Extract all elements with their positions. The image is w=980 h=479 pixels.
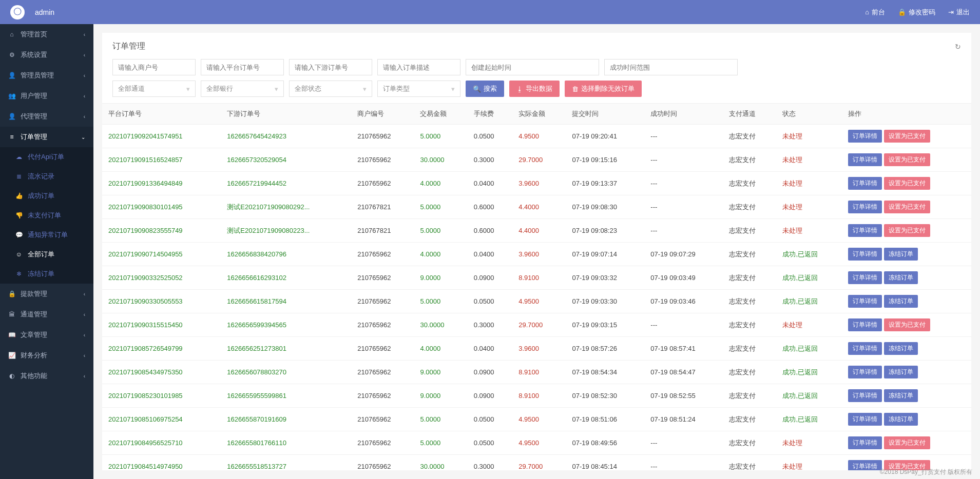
export-button[interactable]: ⭳导出数据	[509, 81, 560, 97]
mark-paid-button[interactable]: 设置为已支付	[884, 224, 930, 237]
fee: 0.0400	[468, 337, 512, 361]
sub-item-label: 通知异常订单	[28, 230, 68, 240]
merchant-id: 210765962	[351, 431, 414, 455]
sub-item-6[interactable]: ❄冻结订单	[0, 264, 93, 284]
change-password-link[interactable]: 🔒 修改密码	[898, 8, 935, 17]
detail-button[interactable]: 订单详情	[848, 295, 882, 308]
logout-link[interactable]: ⇥ 退出	[948, 8, 970, 17]
chevron-left-icon: ‹	[84, 312, 85, 317]
create-time: 07-19 08:57:26	[566, 337, 644, 361]
chevron-left-icon: ‹	[84, 353, 85, 358]
sub-icon: ❄	[15, 270, 23, 277]
sub-item-5[interactable]: ☺全部订单	[0, 245, 93, 264]
detail-button[interactable]: 订单详情	[848, 366, 882, 378]
sub-item-2[interactable]: 👍成功订单	[0, 186, 93, 206]
platform-order: 20210719090315515450	[102, 313, 221, 337]
detail-button[interactable]: 订单详情	[848, 224, 882, 237]
table-row: 20210719090830101495测试E2021071909080292.…	[102, 195, 971, 219]
sidebar-item-8[interactable]: 📖文章管理‹	[0, 325, 93, 345]
sidebar-item-0[interactable]: ⌂管理首页‹	[0, 24, 93, 45]
detail-button[interactable]: 订单详情	[848, 342, 882, 355]
sub-item-4[interactable]: 💬通知异常订单	[0, 225, 93, 245]
detail-button[interactable]: 订单详情	[848, 201, 882, 213]
sidebar-item-6[interactable]: 🔒提款管理‹	[0, 284, 93, 304]
detail-button[interactable]: 订单详情	[848, 318, 882, 331]
sidebar-item-10[interactable]: ◐其他功能‹	[0, 366, 93, 386]
order-desc-input[interactable]	[377, 59, 460, 75]
order-type-select[interactable]: 订单类型	[377, 81, 460, 97]
platform-order: 20210719090830101495	[102, 195, 221, 219]
freeze-button[interactable]: 冻结订单	[884, 413, 918, 426]
mark-paid-button[interactable]: 设置为已支付	[884, 177, 930, 190]
sidebar-item-label: 用户管理	[21, 91, 47, 101]
downstream-order: 测试E2021071909080292...	[221, 195, 351, 219]
platform-order-input[interactable]	[201, 59, 284, 75]
sub-item-1[interactable]: ≣流水记录	[0, 167, 93, 186]
sidebar-item-9[interactable]: 📈财务分析‹	[0, 345, 93, 366]
delete-invalid-button[interactable]: 🗑选择删除无效订单	[565, 81, 642, 97]
downstream-order: 1626656078803270	[221, 361, 351, 384]
sidebar-item-5[interactable]: ≡订单管理⌄	[0, 127, 93, 147]
amount: 4.0000	[414, 337, 467, 361]
chevron-left-icon: ‹	[84, 291, 85, 297]
detail-button[interactable]: 订单详情	[848, 130, 882, 143]
success-time: ---	[644, 195, 723, 219]
freeze-button[interactable]: 冻结订单	[884, 342, 918, 355]
detail-button[interactable]: 订单详情	[848, 248, 882, 261]
front-link[interactable]: ⌂ 前台	[865, 8, 885, 17]
refresh-icon[interactable]: ↻	[955, 43, 961, 51]
fee: 0.0500	[468, 290, 512, 313]
nav-icon: ⚙	[8, 51, 15, 58]
detail-button[interactable]: 订单详情	[848, 389, 882, 402]
detail-button[interactable]: 订单详情	[848, 436, 882, 449]
freeze-button[interactable]: 冻结订单	[884, 389, 918, 402]
detail-button[interactable]: 订单详情	[848, 177, 882, 190]
success-time-input[interactable]	[604, 59, 738, 75]
sidebar-item-4[interactable]: 👤代理管理‹	[0, 106, 93, 127]
freeze-button[interactable]: 冻结订单	[884, 366, 918, 378]
real-amount: 4.9500	[512, 431, 566, 455]
search-button[interactable]: 🔍搜索	[466, 81, 504, 97]
create-time-input[interactable]	[466, 59, 599, 75]
channel-select[interactable]: 全部通道	[112, 81, 196, 97]
channel: 志宏支付	[723, 455, 776, 471]
mark-paid-button[interactable]: 设置为已支付	[884, 318, 930, 331]
sidebar-item-2[interactable]: 👤管理员管理‹	[0, 65, 93, 86]
mark-paid-button[interactable]: 设置为已支付	[884, 201, 930, 213]
downstream-order: 1626656599394565	[221, 313, 351, 337]
downstream-order-input[interactable]	[289, 59, 372, 75]
detail-button[interactable]: 订单详情	[848, 413, 882, 426]
sidebar-item-label: 订单管理	[21, 132, 47, 142]
sidebar-item-3[interactable]: 👥用户管理‹	[0, 86, 93, 106]
real-amount: 4.4000	[512, 195, 566, 219]
fee: 0.0900	[468, 384, 512, 408]
sub-item-0[interactable]: ☁代付Api订单	[0, 147, 93, 167]
detail-button[interactable]: 订单详情	[848, 271, 882, 284]
user-name: admin	[35, 8, 54, 16]
amount: 9.0000	[414, 361, 467, 384]
sub-item-3[interactable]: 👎未支付订单	[0, 206, 93, 225]
platform-order: 20210719091336494849	[102, 172, 221, 195]
downstream-order: 1626657219944452	[221, 172, 351, 195]
status-select[interactable]: 全部状态	[289, 81, 372, 97]
detail-button[interactable]: 订单详情	[848, 460, 882, 470]
mark-paid-button[interactable]: 设置为已支付	[884, 436, 930, 449]
freeze-button[interactable]: 冻结订单	[884, 271, 918, 284]
freeze-button[interactable]: 冻结订单	[884, 295, 918, 308]
sidebar-item-1[interactable]: ⚙系统设置‹	[0, 45, 93, 65]
freeze-button[interactable]: 冻结订单	[884, 248, 918, 261]
channel: 志宏支付	[723, 172, 776, 195]
detail-button[interactable]: 订单详情	[848, 153, 882, 166]
downstream-order: 1626656838420796	[221, 243, 351, 266]
bank-select[interactable]: 全部银行	[201, 81, 284, 97]
mark-paid-button[interactable]: 设置为已支付	[884, 130, 930, 143]
downstream-order: 1626655518513727	[221, 455, 351, 471]
table-header: 状态	[776, 104, 841, 125]
merchant-input[interactable]	[112, 59, 196, 75]
mark-paid-button[interactable]: 设置为已支付	[884, 153, 930, 166]
sidebar-item-7[interactable]: 🏛通道管理‹	[0, 304, 93, 325]
fee: 0.0500	[468, 125, 512, 148]
create-time: 07-19 09:08:23	[566, 219, 644, 243]
platform-order: 20210719090330505553	[102, 290, 221, 313]
platform-order: 20210719085106975254	[102, 408, 221, 431]
